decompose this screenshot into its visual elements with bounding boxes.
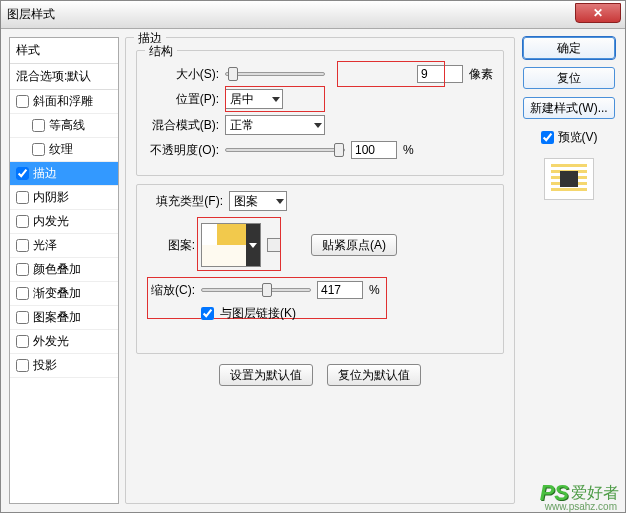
style-item-4[interactable]: 内阴影 <box>10 186 118 210</box>
position-label: 位置(P): <box>147 91 219 108</box>
styles-header[interactable]: 样式 <box>10 38 118 64</box>
filltype-label: 填充类型(F): <box>147 193 223 210</box>
fill-fieldset: 填充类型(F): 图案 图案: <box>136 184 504 354</box>
slider-thumb-icon[interactable] <box>262 283 272 297</box>
style-checkbox[interactable] <box>16 95 29 108</box>
filltype-dropdown[interactable]: 图案 <box>229 191 287 211</box>
style-label: 内阴影 <box>33 189 69 206</box>
slider-thumb-icon[interactable] <box>334 143 344 157</box>
style-checkbox[interactable] <box>16 167 29 180</box>
style-item-0[interactable]: 斜面和浮雕 <box>10 90 118 114</box>
style-label: 外发光 <box>33 333 69 350</box>
right-buttons-panel: 确定 复位 新建样式(W)... 预览(V) <box>521 37 617 504</box>
blend-mode-value: 正常 <box>230 117 254 134</box>
position-value: 居中 <box>230 91 254 108</box>
style-item-11[interactable]: 投影 <box>10 354 118 378</box>
blend-options-header[interactable]: 混合选项:默认 <box>10 64 118 90</box>
style-item-10[interactable]: 外发光 <box>10 330 118 354</box>
style-label: 等高线 <box>49 117 85 134</box>
size-slider[interactable] <box>225 72 325 76</box>
opacity-unit: % <box>403 143 414 157</box>
style-item-6[interactable]: 光泽 <box>10 234 118 258</box>
pattern-swatch-icon <box>202 224 246 266</box>
style-checkbox[interactable] <box>16 263 29 276</box>
link-layer-checkbox[interactable] <box>201 307 214 320</box>
preview-checkbox[interactable] <box>541 131 554 144</box>
filltype-value: 图案 <box>234 193 258 210</box>
style-checkbox[interactable] <box>16 191 29 204</box>
blend-mode-row: 混合模式(B): 正常 <box>147 115 493 135</box>
style-checkbox[interactable] <box>32 119 45 132</box>
cancel-button[interactable]: 复位 <box>523 67 615 89</box>
structure-fieldset: 结构 大小(S): 像素 位置(P): 居中 <box>136 50 504 176</box>
style-item-9[interactable]: 图案叠加 <box>10 306 118 330</box>
scale-slider[interactable] <box>201 288 311 292</box>
new-style-button[interactable]: 新建样式(W)... <box>523 97 615 119</box>
preview-stroke-icon <box>551 164 587 194</box>
stroke-fieldset: 描边 结构 大小(S): 像素 位置(P): <box>125 37 515 504</box>
structure-legend: 结构 <box>145 43 177 60</box>
close-button[interactable]: ✕ <box>575 3 621 23</box>
slider-thumb-icon[interactable] <box>228 67 238 81</box>
preview-thumbnail <box>544 158 594 200</box>
position-row: 位置(P): 居中 <box>147 89 493 109</box>
pattern-row: 图案: 贴紧原点(A <box>147 223 493 267</box>
style-checkbox[interactable] <box>32 143 45 156</box>
style-checkbox[interactable] <box>16 287 29 300</box>
preview-label: 预览(V) <box>558 129 598 146</box>
filltype-row: 填充类型(F): 图案 <box>147 191 493 211</box>
style-checkbox[interactable] <box>16 335 29 348</box>
opacity-slider[interactable] <box>225 148 345 152</box>
blend-mode-dropdown[interactable]: 正常 <box>225 115 325 135</box>
watermark-url: www.psahz.com <box>545 501 617 512</box>
style-item-2[interactable]: 纹理 <box>10 138 118 162</box>
preview-row: 预览(V) <box>541 129 598 146</box>
titlebar: 图层样式 ✕ <box>1 1 625 29</box>
chevron-down-icon <box>276 199 284 204</box>
style-item-8[interactable]: 渐变叠加 <box>10 282 118 306</box>
style-item-7[interactable]: 颜色叠加 <box>10 258 118 282</box>
style-item-5[interactable]: 内发光 <box>10 210 118 234</box>
chevron-down-icon <box>272 97 280 102</box>
chevron-down-icon <box>249 243 257 248</box>
position-dropdown[interactable]: 居中 <box>225 89 283 109</box>
dialog-body: 样式 混合选项:默认 斜面和浮雕等高线纹理描边内阴影内发光光泽颜色叠加渐变叠加图… <box>1 29 625 512</box>
style-checkbox[interactable] <box>16 239 29 252</box>
style-checkbox[interactable] <box>16 311 29 324</box>
style-item-1[interactable]: 等高线 <box>10 114 118 138</box>
scale-row: 缩放(C): % <box>147 281 493 299</box>
scale-unit: % <box>369 283 380 297</box>
style-item-3[interactable]: 描边 <box>10 162 118 186</box>
pattern-picker[interactable] <box>201 223 261 267</box>
style-checkbox[interactable] <box>16 215 29 228</box>
reset-default-button[interactable]: 复位为默认值 <box>327 364 421 386</box>
style-label: 内发光 <box>33 213 69 230</box>
snap-origin-button[interactable]: 贴紧原点(A) <box>311 234 397 256</box>
size-label: 大小(S): <box>147 66 219 83</box>
style-label: 纹理 <box>49 141 73 158</box>
pattern-dropdown-button[interactable] <box>246 224 260 266</box>
stroke-settings-panel: 描边 结构 大小(S): 像素 位置(P): <box>125 37 515 504</box>
style-label: 描边 <box>33 165 57 182</box>
dialog-window: 图层样式 ✕ 样式 混合选项:默认 斜面和浮雕等高线纹理描边内阴影内发光光泽颜色… <box>0 0 626 513</box>
chevron-down-icon <box>314 123 322 128</box>
size-input[interactable] <box>417 65 463 83</box>
link-row: 与图层链接(K) <box>201 305 493 322</box>
style-label: 渐变叠加 <box>33 285 81 302</box>
size-row: 大小(S): 像素 <box>147 65 493 83</box>
new-pattern-icon[interactable] <box>267 238 281 252</box>
pattern-label: 图案: <box>147 237 195 254</box>
style-label: 图案叠加 <box>33 309 81 326</box>
set-default-button[interactable]: 设置为默认值 <box>219 364 313 386</box>
ok-button[interactable]: 确定 <box>523 37 615 59</box>
opacity-input[interactable] <box>351 141 397 159</box>
scale-input[interactable] <box>317 281 363 299</box>
defaults-row: 设置为默认值 复位为默认值 <box>136 364 504 386</box>
link-layer-label: 与图层链接(K) <box>220 305 296 322</box>
close-icon: ✕ <box>593 6 603 20</box>
opacity-label: 不透明度(O): <box>147 142 219 159</box>
style-label: 颜色叠加 <box>33 261 81 278</box>
scale-label: 缩放(C): <box>147 282 195 299</box>
blend-mode-label: 混合模式(B): <box>147 117 219 134</box>
style-checkbox[interactable] <box>16 359 29 372</box>
